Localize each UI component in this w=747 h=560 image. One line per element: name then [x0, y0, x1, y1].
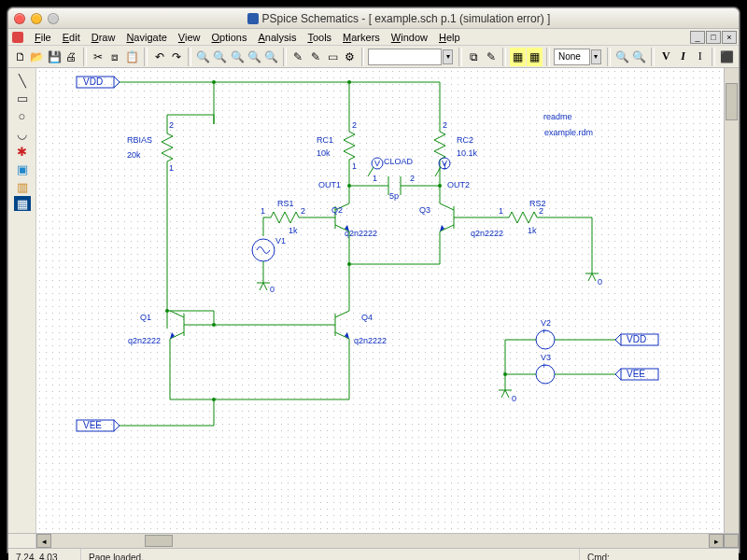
horizontal-scroll-thumb[interactable]	[145, 535, 173, 547]
zoom-tool-icon[interactable]: 🔍	[195, 48, 211, 66]
q2-ref: Q2	[331, 205, 343, 215]
zoom-in-icon[interactable]: 🔍	[212, 48, 228, 66]
print-icon[interactable]: 🖨	[63, 48, 79, 66]
layer-combo-dropdown[interactable]: ▾	[591, 49, 601, 64]
svg-text:2: 2	[410, 174, 415, 183]
part-combo[interactable]	[368, 49, 442, 65]
schematic-canvas[interactable]: VDD VEE 2 1 RBIAS 20k 2 1 RC1 10k 2 1 RC…	[36, 68, 724, 533]
pin-2: 1	[169, 163, 174, 173]
undo-icon[interactable]: ↶	[151, 48, 167, 66]
marker-i-icon[interactable]: 🔍	[631, 48, 647, 66]
svg-text:0: 0	[270, 285, 275, 294]
save-file-icon[interactable]: 💾	[47, 48, 63, 66]
cload-ref: CLOAD	[384, 157, 414, 166]
v2-ref: V2	[541, 318, 551, 328]
menu-window[interactable]: Window	[386, 30, 433, 45]
svg-text:V: V	[442, 159, 447, 168]
menu-file[interactable]: File	[29, 30, 57, 45]
mdi-close-button[interactable]: ×	[722, 31, 737, 44]
place-part-icon[interactable]: ⚙	[342, 48, 358, 66]
rs2-ref: RS2	[529, 199, 546, 208]
draw-wire-icon[interactable]: ✎	[290, 48, 306, 66]
get-part-icon[interactable]: ⧉	[466, 48, 482, 66]
ground-palette-icon[interactable]: ▥	[12, 178, 33, 195]
edit-attr-icon[interactable]: ✎	[483, 48, 499, 66]
v1-ref: V1	[275, 236, 286, 245]
rc2-val: 10.1k	[457, 148, 478, 158]
svg-text:1: 1	[261, 206, 265, 216]
rc2-ref: RC2	[457, 135, 473, 145]
svg-text:0: 0	[512, 394, 516, 403]
part-palette-icon[interactable]: ✱	[12, 143, 33, 160]
rbias-val: 20k	[127, 150, 141, 160]
schematic-svg: VDD VEE 2 1 RBIAS 20k 2 1 RC1 10k 2 1 RC…	[36, 68, 724, 533]
zoom-out-icon[interactable]: 🔍	[230, 48, 246, 66]
scroll-right-button[interactable]: ▸	[709, 534, 724, 548]
open-file-icon[interactable]: 📂	[29, 48, 45, 66]
vertical-scroll-thumb[interactable]	[726, 83, 738, 120]
text-marker-icon[interactable]: I	[692, 48, 708, 66]
part-combo-dropdown[interactable]: ▾	[443, 49, 453, 64]
readme-file: example.rdm	[544, 128, 593, 137]
menu-navigate[interactable]: Navigate	[120, 30, 172, 45]
marker-vdiff-icon[interactable]: V	[658, 48, 674, 66]
port-vee-r: VEE	[627, 369, 645, 379]
zoom-fit-icon[interactable]: 🔍	[263, 48, 279, 66]
close-window-button[interactable]	[14, 13, 25, 24]
cut-icon[interactable]: ✂	[91, 48, 106, 66]
copy-icon[interactable]: ⧈	[107, 48, 123, 66]
color-icon[interactable]: ⬛	[719, 48, 735, 66]
marker-v-icon[interactable]: 🔍	[614, 48, 630, 66]
menu-help[interactable]: Help	[433, 30, 466, 45]
vertical-scrollbar[interactable]	[724, 68, 739, 533]
simulate-icon[interactable]: ▦	[510, 48, 526, 66]
menu-view[interactable]: View	[173, 30, 206, 45]
q4-mdl: q2n2222	[354, 336, 387, 345]
svg-text:2: 2	[443, 120, 447, 130]
menu-options[interactable]: Options	[206, 30, 253, 45]
scroll-corner	[724, 534, 739, 548]
circle-tool-icon[interactable]: ○	[12, 107, 33, 124]
svg-text:1: 1	[373, 174, 377, 183]
scroll-left-button[interactable]: ◂	[36, 534, 51, 548]
arc-tool-icon[interactable]: ◡	[12, 125, 33, 142]
svg-point-25	[212, 323, 216, 327]
svg-text:1: 1	[499, 206, 503, 216]
menu-markers[interactable]: Markers	[337, 30, 386, 45]
q3-ref: Q3	[419, 205, 430, 215]
menu-tools[interactable]: Tools	[302, 30, 337, 45]
line-tool-icon[interactable]: ╲	[12, 72, 33, 89]
q1-mdl: q2n2222	[128, 336, 161, 345]
mdi-maximize-button[interactable]: □	[706, 31, 721, 44]
svg-text:2: 2	[301, 206, 305, 216]
new-file-icon[interactable]: 🗋	[12, 48, 28, 66]
draw-bus-icon[interactable]: ✎	[307, 48, 323, 66]
rbias-ref: RBIAS	[127, 135, 152, 145]
zoom-area-icon[interactable]: 🔍	[247, 48, 262, 66]
mdi-minimize-button[interactable]: _	[690, 31, 705, 44]
svg-text:0: 0	[598, 277, 602, 287]
rect-tool-icon[interactable]: ▭	[12, 90, 33, 106]
layer-combo[interactable]: None	[554, 49, 590, 65]
paste-icon[interactable]: 📋	[124, 48, 140, 66]
pin-1: 2	[169, 120, 174, 130]
draw-text-icon[interactable]: ▭	[324, 48, 340, 66]
window-title: PSpice Schematics - [ example.sch p.1 (s…	[262, 12, 551, 25]
port-palette-icon[interactable]: ▣	[12, 161, 33, 177]
menu-edit[interactable]: Edit	[57, 30, 86, 45]
main-toolbar: 🗋 📂 💾 🖨 ✂ ⧈ 📋 ↶ ↷ 🔍 🔍 🔍 🔍 🔍 ✎ ✎ ▭ ⚙ ▾ ⧉ …	[8, 46, 739, 68]
marker-idiff-icon[interactable]: I	[675, 48, 691, 66]
results-icon[interactable]: ▦	[527, 48, 543, 66]
svg-point-2	[212, 80, 216, 84]
power-palette-icon[interactable]: ▦	[14, 196, 31, 211]
zoom-window-button[interactable]	[48, 13, 59, 24]
app-menu-icon[interactable]	[12, 32, 23, 43]
minimize-window-button[interactable]	[31, 13, 42, 24]
menu-draw[interactable]: Draw	[86, 30, 121, 45]
horizontal-scrollbar[interactable]	[51, 534, 709, 548]
app-icon	[247, 13, 259, 24]
menu-analysis[interactable]: Analysis	[252, 30, 302, 45]
svg-point-31	[503, 372, 507, 376]
net-out1: OUT1	[318, 180, 341, 189]
redo-icon[interactable]: ↷	[168, 48, 184, 66]
